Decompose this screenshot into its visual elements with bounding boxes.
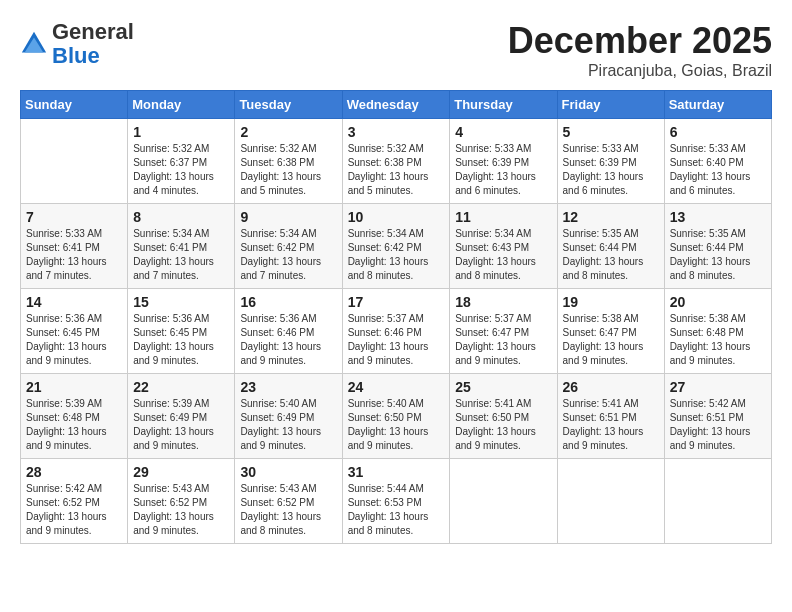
day-info: Sunrise: 5:42 AM Sunset: 6:51 PM Dayligh… (670, 397, 766, 453)
calendar-cell: 31Sunrise: 5:44 AM Sunset: 6:53 PM Dayli… (342, 459, 450, 544)
logo-text: General Blue (52, 20, 134, 68)
day-info: Sunrise: 5:35 AM Sunset: 6:44 PM Dayligh… (563, 227, 659, 283)
location-subtitle: Piracanjuba, Goias, Brazil (508, 62, 772, 80)
calendar-cell: 8Sunrise: 5:34 AM Sunset: 6:41 PM Daylig… (128, 204, 235, 289)
day-info: Sunrise: 5:36 AM Sunset: 6:46 PM Dayligh… (240, 312, 336, 368)
day-number: 28 (26, 464, 122, 480)
day-number: 9 (240, 209, 336, 225)
day-number: 20 (670, 294, 766, 310)
day-number: 16 (240, 294, 336, 310)
day-number: 27 (670, 379, 766, 395)
day-number: 13 (670, 209, 766, 225)
calendar-cell: 1Sunrise: 5:32 AM Sunset: 6:37 PM Daylig… (128, 119, 235, 204)
weekday-header-row: SundayMondayTuesdayWednesdayThursdayFrid… (21, 91, 772, 119)
calendar-cell: 2Sunrise: 5:32 AM Sunset: 6:38 PM Daylig… (235, 119, 342, 204)
calendar-week-row: 7Sunrise: 5:33 AM Sunset: 6:41 PM Daylig… (21, 204, 772, 289)
day-info: Sunrise: 5:39 AM Sunset: 6:49 PM Dayligh… (133, 397, 229, 453)
logo-blue: Blue (52, 43, 100, 68)
calendar-cell (450, 459, 557, 544)
calendar-cell: 5Sunrise: 5:33 AM Sunset: 6:39 PM Daylig… (557, 119, 664, 204)
day-number: 2 (240, 124, 336, 140)
weekday-header-monday: Monday (128, 91, 235, 119)
day-info: Sunrise: 5:36 AM Sunset: 6:45 PM Dayligh… (26, 312, 122, 368)
day-info: Sunrise: 5:39 AM Sunset: 6:48 PM Dayligh… (26, 397, 122, 453)
day-number: 23 (240, 379, 336, 395)
day-number: 24 (348, 379, 445, 395)
calendar-cell: 16Sunrise: 5:36 AM Sunset: 6:46 PM Dayli… (235, 289, 342, 374)
calendar-cell: 25Sunrise: 5:41 AM Sunset: 6:50 PM Dayli… (450, 374, 557, 459)
day-info: Sunrise: 5:32 AM Sunset: 6:38 PM Dayligh… (348, 142, 445, 198)
calendar-cell: 12Sunrise: 5:35 AM Sunset: 6:44 PM Dayli… (557, 204, 664, 289)
day-info: Sunrise: 5:33 AM Sunset: 6:41 PM Dayligh… (26, 227, 122, 283)
calendar-cell (21, 119, 128, 204)
day-info: Sunrise: 5:43 AM Sunset: 6:52 PM Dayligh… (240, 482, 336, 538)
calendar-cell: 9Sunrise: 5:34 AM Sunset: 6:42 PM Daylig… (235, 204, 342, 289)
weekday-header-tuesday: Tuesday (235, 91, 342, 119)
day-number: 17 (348, 294, 445, 310)
day-info: Sunrise: 5:40 AM Sunset: 6:49 PM Dayligh… (240, 397, 336, 453)
day-number: 3 (348, 124, 445, 140)
page-header: General Blue December 2025 Piracanjuba, … (20, 20, 772, 80)
calendar-week-row: 28Sunrise: 5:42 AM Sunset: 6:52 PM Dayli… (21, 459, 772, 544)
day-number: 14 (26, 294, 122, 310)
day-info: Sunrise: 5:38 AM Sunset: 6:48 PM Dayligh… (670, 312, 766, 368)
day-info: Sunrise: 5:33 AM Sunset: 6:39 PM Dayligh… (455, 142, 551, 198)
calendar-cell: 26Sunrise: 5:41 AM Sunset: 6:51 PM Dayli… (557, 374, 664, 459)
calendar-cell: 3Sunrise: 5:32 AM Sunset: 6:38 PM Daylig… (342, 119, 450, 204)
calendar-cell: 17Sunrise: 5:37 AM Sunset: 6:46 PM Dayli… (342, 289, 450, 374)
calendar-cell: 19Sunrise: 5:38 AM Sunset: 6:47 PM Dayli… (557, 289, 664, 374)
day-info: Sunrise: 5:36 AM Sunset: 6:45 PM Dayligh… (133, 312, 229, 368)
calendar-cell: 30Sunrise: 5:43 AM Sunset: 6:52 PM Dayli… (235, 459, 342, 544)
day-number: 4 (455, 124, 551, 140)
day-info: Sunrise: 5:34 AM Sunset: 6:42 PM Dayligh… (240, 227, 336, 283)
day-number: 7 (26, 209, 122, 225)
day-number: 12 (563, 209, 659, 225)
calendar-cell: 6Sunrise: 5:33 AM Sunset: 6:40 PM Daylig… (664, 119, 771, 204)
weekday-header-saturday: Saturday (664, 91, 771, 119)
month-title: December 2025 (508, 20, 772, 62)
day-number: 1 (133, 124, 229, 140)
day-info: Sunrise: 5:34 AM Sunset: 6:43 PM Dayligh… (455, 227, 551, 283)
day-info: Sunrise: 5:40 AM Sunset: 6:50 PM Dayligh… (348, 397, 445, 453)
day-number: 10 (348, 209, 445, 225)
day-number: 31 (348, 464, 445, 480)
calendar-cell (557, 459, 664, 544)
calendar-cell: 24Sunrise: 5:40 AM Sunset: 6:50 PM Dayli… (342, 374, 450, 459)
calendar-cell: 22Sunrise: 5:39 AM Sunset: 6:49 PM Dayli… (128, 374, 235, 459)
calendar-cell: 15Sunrise: 5:36 AM Sunset: 6:45 PM Dayli… (128, 289, 235, 374)
calendar-cell: 18Sunrise: 5:37 AM Sunset: 6:47 PM Dayli… (450, 289, 557, 374)
day-info: Sunrise: 5:38 AM Sunset: 6:47 PM Dayligh… (563, 312, 659, 368)
day-number: 22 (133, 379, 229, 395)
day-number: 15 (133, 294, 229, 310)
weekday-header-thursday: Thursday (450, 91, 557, 119)
day-info: Sunrise: 5:44 AM Sunset: 6:53 PM Dayligh… (348, 482, 445, 538)
calendar-cell: 14Sunrise: 5:36 AM Sunset: 6:45 PM Dayli… (21, 289, 128, 374)
day-info: Sunrise: 5:35 AM Sunset: 6:44 PM Dayligh… (670, 227, 766, 283)
day-info: Sunrise: 5:41 AM Sunset: 6:51 PM Dayligh… (563, 397, 659, 453)
day-info: Sunrise: 5:34 AM Sunset: 6:41 PM Dayligh… (133, 227, 229, 283)
calendar-cell: 23Sunrise: 5:40 AM Sunset: 6:49 PM Dayli… (235, 374, 342, 459)
weekday-header-wednesday: Wednesday (342, 91, 450, 119)
day-info: Sunrise: 5:33 AM Sunset: 6:39 PM Dayligh… (563, 142, 659, 198)
calendar-week-row: 21Sunrise: 5:39 AM Sunset: 6:48 PM Dayli… (21, 374, 772, 459)
calendar-cell: 11Sunrise: 5:34 AM Sunset: 6:43 PM Dayli… (450, 204, 557, 289)
weekday-header-sunday: Sunday (21, 91, 128, 119)
calendar-cell: 27Sunrise: 5:42 AM Sunset: 6:51 PM Dayli… (664, 374, 771, 459)
logo-icon (20, 30, 48, 58)
calendar-cell: 29Sunrise: 5:43 AM Sunset: 6:52 PM Dayli… (128, 459, 235, 544)
calendar-cell: 20Sunrise: 5:38 AM Sunset: 6:48 PM Dayli… (664, 289, 771, 374)
calendar-cell (664, 459, 771, 544)
calendar-week-row: 1Sunrise: 5:32 AM Sunset: 6:37 PM Daylig… (21, 119, 772, 204)
day-number: 21 (26, 379, 122, 395)
calendar-cell: 7Sunrise: 5:33 AM Sunset: 6:41 PM Daylig… (21, 204, 128, 289)
day-info: Sunrise: 5:41 AM Sunset: 6:50 PM Dayligh… (455, 397, 551, 453)
day-number: 29 (133, 464, 229, 480)
day-info: Sunrise: 5:34 AM Sunset: 6:42 PM Dayligh… (348, 227, 445, 283)
calendar-cell: 4Sunrise: 5:33 AM Sunset: 6:39 PM Daylig… (450, 119, 557, 204)
day-info: Sunrise: 5:32 AM Sunset: 6:37 PM Dayligh… (133, 142, 229, 198)
logo: General Blue (20, 20, 134, 68)
weekday-header-friday: Friday (557, 91, 664, 119)
calendar-table: SundayMondayTuesdayWednesdayThursdayFrid… (20, 90, 772, 544)
day-number: 18 (455, 294, 551, 310)
day-info: Sunrise: 5:42 AM Sunset: 6:52 PM Dayligh… (26, 482, 122, 538)
